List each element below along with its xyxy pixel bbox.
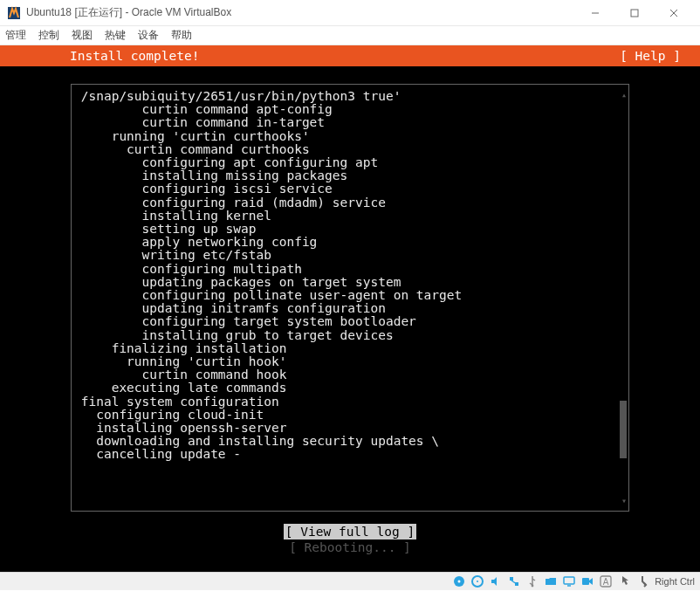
menu-devices[interactable]: 设备 [138,28,159,43]
view-full-log-button[interactable]: [ View full log ] [284,524,416,539]
menu-hotkey[interactable]: 热键 [105,28,126,43]
log-line: configuring iscsi service [73,182,620,196]
svg-text:A: A [603,577,609,587]
log-line: curtin command in-target [73,116,620,129]
svg-rect-2 [631,10,638,17]
help-button[interactable]: [ Help ] [620,49,681,63]
log-line: cancelling update - [73,448,620,461]
close-button[interactable] [654,0,693,26]
svg-rect-9 [510,577,513,581]
log-line: configuring raid (mdadm) service [73,196,620,210]
svg-rect-15 [582,578,589,585]
window-titlebar: Ubuntu18 [正在运行] - Oracle VM VirtualBox [0,0,700,26]
log-line: configuring cloud-init [73,409,620,422]
log-line: running 'curtin curthooks' [73,130,620,143]
status-bar: A Right Ctrl [0,572,700,590]
installer-header: Install complete! [ Help ] [0,45,700,66]
host-key-icon[interactable] [635,574,650,588]
log-line: writing etc/fstab [73,249,620,262]
log-line: downloading and installing security upda… [73,435,620,448]
shared-folders-icon[interactable] [543,574,559,588]
menu-view[interactable]: 视图 [72,28,93,43]
log-line: installing grub to target devices [73,329,620,342]
host-key-label: Right Ctrl [655,576,695,587]
audio-icon[interactable] [488,574,504,588]
installer-title: Install complete! [19,49,199,63]
log-line: apply networking config [73,236,620,249]
svg-point-8 [477,581,478,582]
hard-disk-icon[interactable] [451,574,467,588]
install-log-box: /snap/subiquity/2651/usr/bin/python3 tru… [71,84,629,512]
log-line: installing kernel [73,210,620,223]
menu-control[interactable]: 控制 [38,28,59,43]
svg-point-12 [532,585,534,588]
minimize-button[interactable] [575,0,614,26]
svg-point-6 [458,581,461,583]
log-line: running 'curtin hook' [73,355,620,368]
scrollbar-thumb[interactable] [620,401,627,458]
scroll-up-icon[interactable]: ▴ [621,88,627,101]
log-line: configuring pollinate user-agent on targ… [73,289,620,302]
guest-additions-icon[interactable]: A [598,574,614,588]
log-line: final system configuration [73,395,620,409]
menu-bar: 管理 控制 视图 热键 设备 帮助 [0,26,700,45]
log-line: installing missing packages [73,169,620,182]
svg-rect-13 [564,577,574,584]
recording-icon[interactable] [580,574,595,588]
log-line: installing openssh-server [73,422,620,435]
log-line: configuring apt configuring apt [73,156,620,169]
window-title: Ubuntu18 [正在运行] - Oracle VM VirtualBox [26,5,575,20]
log-line: curtin command hook [73,368,620,381]
log-line: configuring target system bootloader [73,315,620,328]
display-icon[interactable] [561,574,577,588]
install-log: /snap/subiquity/2651/usr/bin/python3 tru… [73,90,620,462]
log-line: configuring multipath [73,263,620,276]
log-line: /snap/subiquity/2651/usr/bin/python3 tru… [73,90,620,103]
log-line: setting up swap [73,223,620,236]
window-controls [575,0,693,26]
virtualbox-icon [7,6,21,20]
menu-management[interactable]: 管理 [5,28,26,43]
log-line: updating initramfs configuration [73,302,620,315]
mouse-integration-icon[interactable] [616,574,632,588]
action-buttons: [ View full log ] [ Rebooting... ] [0,524,700,555]
optical-disk-icon[interactable] [470,574,485,588]
reboot-button[interactable]: [ Rebooting... ] [287,539,413,555]
maximize-button[interactable] [614,0,654,26]
log-line: curtin command apt-config [73,103,620,116]
log-line: updating packages on target system [73,276,620,289]
log-line: executing late commands [73,381,620,395]
network-icon[interactable] [506,574,522,588]
log-line: curtin command curthooks [73,143,620,156]
vm-display[interactable]: Install complete! [ Help ] /snap/subiqui… [0,45,700,572]
menu-help[interactable]: 帮助 [171,28,192,43]
log-line: finalizing installation [73,342,620,355]
scroll-down-icon[interactable]: ▾ [621,494,627,507]
usb-icon[interactable] [525,574,540,588]
